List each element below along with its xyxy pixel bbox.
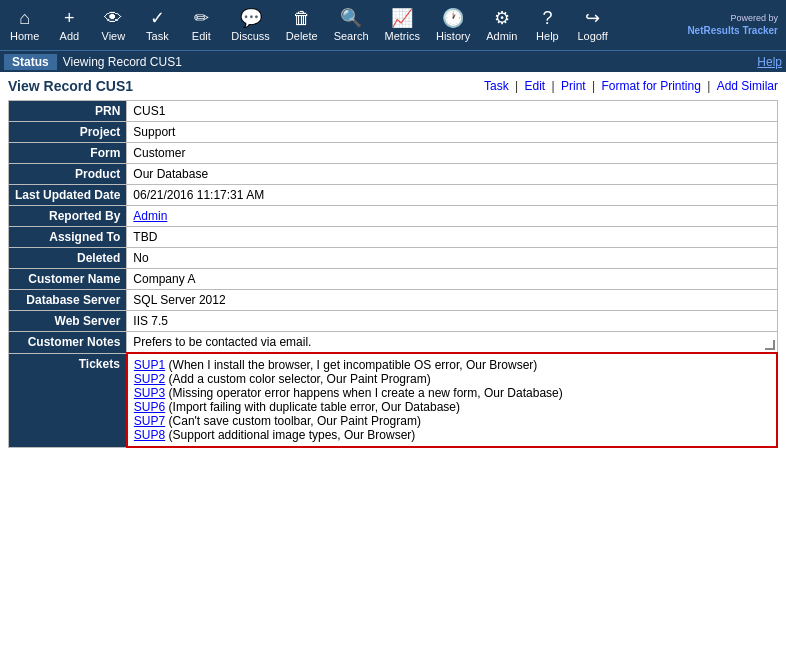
delete-icon: 🗑 <box>293 8 311 30</box>
search-icon: 🔍 <box>340 8 362 30</box>
toolbar-label-logoff: Logoff <box>577 30 607 42</box>
toolbar-label-delete: Delete <box>286 30 318 42</box>
data-table: PRNCUS1ProjectSupportFormCustomerProduct… <box>8 100 778 448</box>
toolbar-item-logoff[interactable]: ↪Logoff <box>569 6 615 44</box>
field-value-notes: Prefers to be contacted via email. <box>133 335 311 349</box>
table-row: Assigned ToTBD <box>9 227 778 248</box>
table-row: Database ServerSQL Server 2012 <box>9 290 778 311</box>
ticket-link-sup3[interactable]: SUP3 <box>134 386 165 400</box>
admin-icon: ⚙ <box>494 8 510 30</box>
table-row: Web ServerIIS 7.5 <box>9 311 778 332</box>
field-label: Form <box>9 143 127 164</box>
field-value: IIS 7.5 <box>127 311 777 332</box>
toolbar-label-task: Task <box>146 30 169 42</box>
ticket-desc: (When I install the browser, I get incom… <box>165 358 537 372</box>
action-format[interactable]: Format for Printing <box>601 79 700 93</box>
field-label: Deleted <box>9 248 127 269</box>
record-title: View Record CUS1 <box>8 78 133 94</box>
toolbar-label-edit: Edit <box>192 30 211 42</box>
toolbar-item-metrics[interactable]: 📈Metrics <box>377 6 428 44</box>
ticket-desc: (Missing operator error happens when I c… <box>165 386 563 400</box>
toolbar-item-edit[interactable]: ✏Edit <box>179 6 223 44</box>
field-value: CUS1 <box>127 101 777 122</box>
table-row: Customer NotesPrefers to be contacted vi… <box>9 332 778 354</box>
add-icon: + <box>64 8 75 30</box>
help-link[interactable]: Help <box>757 55 782 69</box>
field-value-link[interactable]: Admin <box>133 209 167 223</box>
ticket-desc: (Can't save custom toolbar, Our Paint Pr… <box>165 414 421 428</box>
field-label: Assigned To <box>9 227 127 248</box>
field-value: SQL Server 2012 <box>127 290 777 311</box>
metrics-icon: 📈 <box>391 8 413 30</box>
toolbar-label-admin: Admin <box>486 30 517 42</box>
task-icon: ✓ <box>150 8 165 30</box>
ticket-item: SUP7 (Can't save custom toolbar, Our Pai… <box>134 414 770 428</box>
toolbar-label-view: View <box>102 30 126 42</box>
toolbar-item-view[interactable]: 👁View <box>91 6 135 44</box>
toolbar-label-add: Add <box>60 30 80 42</box>
ticket-item: SUP8 (Support additional image types, Ou… <box>134 428 770 442</box>
table-row: ProductOur Database <box>9 164 778 185</box>
statusbar: Status Viewing Record CUS1 Help <box>0 50 786 72</box>
ticket-desc: (Support additional image types, Our Bro… <box>165 428 415 442</box>
toolbar-label-home: Home <box>10 30 39 42</box>
field-label: Project <box>9 122 127 143</box>
record-header: View Record CUS1 Task | Edit | Print | F… <box>8 78 778 94</box>
toolbar-item-search[interactable]: 🔍Search <box>326 6 377 44</box>
action-add-similar[interactable]: Add Similar <box>717 79 778 93</box>
ticket-desc: (Import failing with duplicate table err… <box>165 400 460 414</box>
toolbar-item-admin[interactable]: ⚙Admin <box>478 6 525 44</box>
table-row: DeletedNo <box>9 248 778 269</box>
field-value: Company A <box>127 269 777 290</box>
table-row: Last Updated Date06/21/2016 11:17:31 AM <box>9 185 778 206</box>
toolbar-item-delete[interactable]: 🗑Delete <box>278 6 326 44</box>
ticket-link-sup2[interactable]: SUP2 <box>134 372 165 386</box>
tickets-value: SUP1 (When I install the browser, I get … <box>127 353 777 447</box>
ticket-item: SUP1 (When I install the browser, I get … <box>134 358 770 372</box>
field-label: Product <box>9 164 127 185</box>
field-label: Web Server <box>9 311 127 332</box>
table-row: Customer NameCompany A <box>9 269 778 290</box>
field-value: Support <box>127 122 777 143</box>
toolbar-item-home[interactable]: ⌂Home <box>2 6 47 44</box>
ticket-item: SUP3 (Missing operator error happens whe… <box>134 386 770 400</box>
table-row: Reported ByAdmin <box>9 206 778 227</box>
toolbar-item-discuss[interactable]: 💬Discuss <box>223 6 278 44</box>
tickets-row: TicketsSUP1 (When I install the browser,… <box>9 353 778 447</box>
home-icon: ⌂ <box>19 8 30 30</box>
action-separator: | <box>548 79 558 93</box>
field-label: Customer Name <box>9 269 127 290</box>
ticket-link-sup6[interactable]: SUP6 <box>134 400 165 414</box>
ticket-link-sup7[interactable]: SUP7 <box>134 414 165 428</box>
action-separator: | <box>704 79 714 93</box>
field-value: Customer <box>127 143 777 164</box>
view-icon: 👁 <box>104 8 122 30</box>
ticket-item: SUP2 (Add a custom color selector, Our P… <box>134 372 770 386</box>
field-label: Database Server <box>9 290 127 311</box>
logoff-icon: ↪ <box>585 8 600 30</box>
table-row: PRNCUS1 <box>9 101 778 122</box>
action-separator: | <box>512 79 522 93</box>
field-label: PRN <box>9 101 127 122</box>
discuss-icon: 💬 <box>240 8 262 30</box>
ticket-item: SUP6 (Import failing with duplicate tabl… <box>134 400 770 414</box>
toolbar-item-history[interactable]: 🕐History <box>428 6 478 44</box>
toolbar-item-help[interactable]: ?Help <box>525 6 569 44</box>
toolbar-item-task[interactable]: ✓Task <box>135 6 179 44</box>
field-value: No <box>127 248 777 269</box>
action-task[interactable]: Task <box>484 79 509 93</box>
ticket-link-sup8[interactable]: SUP8 <box>134 428 165 442</box>
action-print[interactable]: Print <box>561 79 586 93</box>
toolbar: ⌂Home+Add👁View✓Task✏Edit💬Discuss🗑Delete🔍… <box>0 0 786 50</box>
toolbar-label-help: Help <box>536 30 559 42</box>
toolbar-item-add[interactable]: +Add <box>47 6 91 44</box>
ticket-link-sup1[interactable]: SUP1 <box>134 358 165 372</box>
action-edit[interactable]: Edit <box>525 79 546 93</box>
action-separator: | <box>589 79 599 93</box>
help-icon: ? <box>542 8 552 30</box>
field-label: Reported By <box>9 206 127 227</box>
field-value: TBD <box>127 227 777 248</box>
toolbar-label-search: Search <box>334 30 369 42</box>
record-actions: Task | Edit | Print | Format for Printin… <box>484 79 778 93</box>
field-value: 06/21/2016 11:17:31 AM <box>127 185 777 206</box>
